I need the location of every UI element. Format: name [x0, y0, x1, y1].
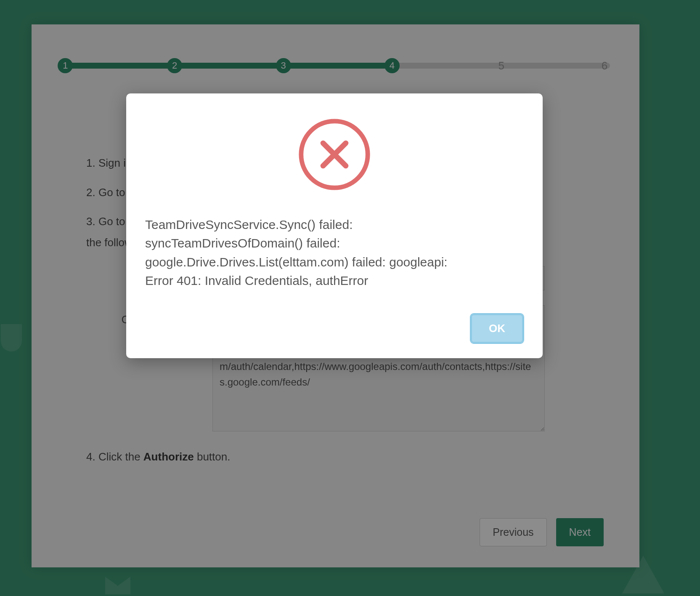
error-icon-wrap: [145, 117, 524, 192]
error-x-icon: [297, 117, 372, 192]
modal-button-row: OK: [145, 314, 524, 343]
error-modal: TeamDriveSyncService.Sync() failed: sync…: [126, 93, 543, 358]
error-message: TeamDriveSyncService.Sync() failed: sync…: [145, 216, 524, 290]
ok-button[interactable]: OK: [470, 314, 524, 343]
